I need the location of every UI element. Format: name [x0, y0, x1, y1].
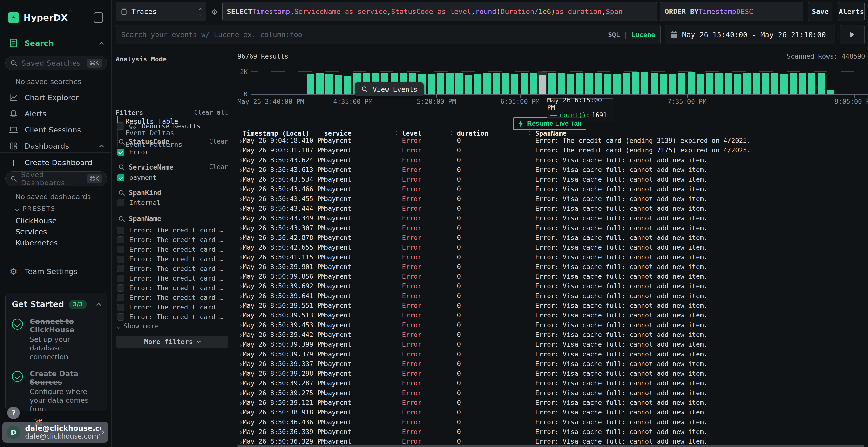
row-expand-chevron-icon[interactable] [239, 266, 242, 269]
histogram-bar[interactable] [465, 75, 472, 94]
checkbox[interactable] [117, 284, 124, 291]
save-button[interactable]: Save [808, 2, 832, 21]
chevron-up-icon[interactable] [96, 303, 101, 308]
column-resize-handle[interactable] [858, 130, 858, 136]
presets-toggle[interactable]: PRESETS [16, 205, 56, 212]
clear-servicename-button[interactable]: Clear [209, 163, 228, 171]
histogram-bar[interactable] [780, 74, 788, 94]
row-expand-chevron-icon[interactable] [239, 208, 242, 211]
col-service[interactable]: service [324, 130, 351, 137]
histogram-bar[interactable] [697, 74, 704, 94]
mode-sql[interactable]: SQL [608, 31, 620, 38]
row-expand-chevron-icon[interactable] [239, 373, 242, 376]
table-row[interactable]: May 26 8:50:39.287 PM payment Error 0 Er… [238, 379, 868, 389]
table-row[interactable]: May 26 8:50:39.692 PM payment Error 0 Er… [238, 282, 868, 292]
col-timestamp[interactable]: Timestamp (Local) [243, 130, 309, 137]
histogram-bar[interactable] [817, 73, 825, 94]
table-row[interactable]: May 26 8:50:39.513 PM payment Error 0 Er… [238, 311, 868, 321]
search-input[interactable]: Search your events w/ Lucene ex. column:… [116, 25, 661, 44]
row-expand-chevron-icon[interactable] [239, 314, 242, 318]
get-started-step[interactable]: Create Data Sources Configure where your… [12, 370, 100, 411]
clear-statuscode-button[interactable]: Clear [209, 138, 228, 145]
table-row[interactable]: May 26 8:50:42.878 PM payment Error 0 Er… [238, 234, 868, 243]
table-row[interactable]: May 26 8:50:36.329 PM payment Error 0 Er… [238, 438, 868, 444]
table-row[interactable]: May 26 8:50:39.399 PM payment Error 0 Er… [238, 341, 868, 350]
histogram-bar[interactable] [762, 73, 769, 94]
histogram-bar[interactable] [752, 73, 760, 94]
checkbox-payment[interactable] [117, 174, 124, 181]
spanname-filter-option[interactable]: Error: The credit card … [117, 275, 228, 282]
table-row[interactable]: May 26 8:50:39.275 PM payment Error 0 Er… [238, 389, 868, 399]
table-row[interactable]: May 26 8:50:39.641 PM payment Error 0 Er… [238, 292, 868, 302]
sql-select-editor[interactable]: SELECT Timestamp, ServiceName as service… [222, 2, 657, 21]
row-expand-chevron-icon[interactable] [239, 285, 242, 288]
checkbox-error[interactable] [117, 148, 124, 156]
search-icon[interactable] [118, 189, 125, 197]
search-icon[interactable] [118, 164, 125, 171]
histogram-bar[interactable] [632, 72, 639, 94]
row-expand-chevron-icon[interactable] [239, 256, 242, 260]
saved-dashboards-input[interactable]: Saved Dashboards ⌘K [5, 171, 107, 186]
row-expand-chevron-icon[interactable] [239, 431, 242, 434]
table-row[interactable]: May 26 8:50:39.121 PM payment Error 0 Er… [238, 399, 868, 409]
histogram-bar[interactable] [270, 94, 277, 94]
row-expand-chevron-icon[interactable] [239, 169, 242, 172]
sidebar-item-dashboards[interactable]: Dashboards [0, 139, 112, 152]
histogram-bar[interactable] [651, 73, 658, 94]
histogram-bar[interactable] [688, 72, 695, 94]
analysis-mode-option[interactable]: Event Deltas [125, 129, 174, 137]
histogram-bar[interactable] [576, 73, 584, 94]
histogram-bar[interactable] [808, 73, 815, 94]
checkbox[interactable] [117, 275, 124, 282]
chevron-up-icon[interactable] [99, 42, 104, 46]
row-expand-chevron-icon[interactable] [239, 198, 242, 201]
histogram-bar[interactable] [428, 74, 435, 94]
checkbox[interactable] [117, 304, 124, 311]
denoise-filter[interactable]: Denoise Results [117, 122, 228, 130]
checkbox[interactable] [117, 246, 124, 253]
row-expand-chevron-icon[interactable] [239, 441, 242, 444]
sidebar-item-chart-explorer[interactable]: Chart Explorer [0, 91, 112, 104]
table-row[interactable]: May 26 8:50:43.444 PM payment Error 0 Er… [238, 205, 868, 214]
row-expand-chevron-icon[interactable] [239, 140, 242, 143]
checkbox[interactable] [117, 236, 124, 243]
histogram-bar[interactable] [502, 73, 509, 94]
checkbox[interactable] [117, 255, 124, 263]
table-row[interactable]: May 26 9:03:31.187 PM payment Error 0 Er… [238, 146, 868, 156]
table-row[interactable]: May 26 8:50:36.436 PM payment Error 0 Er… [238, 418, 868, 428]
more-filters-button[interactable]: More filters [116, 336, 228, 347]
mode-lucene[interactable]: Lucene [631, 31, 655, 38]
sidebar-item-alerts[interactable]: Alerts [0, 107, 112, 120]
table-row[interactable]: May 26 8:50:43.455 PM payment Error 0 Er… [238, 195, 868, 205]
histogram-bar[interactable] [827, 90, 834, 94]
sidebar-collapse-icon[interactable] [94, 12, 103, 23]
row-expand-chevron-icon[interactable] [239, 159, 242, 163]
table-row[interactable]: May 26 8:50:43.307 PM payment Error 0 Er… [238, 224, 868, 234]
spanname-filter-option[interactable]: Error: The credit card … [117, 284, 228, 291]
histogram-bar[interactable] [771, 73, 778, 94]
column-resize-handle[interactable] [529, 130, 530, 136]
histogram-bar[interactable] [678, 73, 685, 94]
search-icon[interactable] [118, 138, 125, 145]
histogram-bar[interactable] [493, 73, 500, 94]
checkbox[interactable] [117, 313, 124, 320]
table-row[interactable]: May 26 8:50:39.901 PM payment Error 0 Er… [238, 263, 868, 273]
histogram-bar[interactable] [743, 73, 751, 94]
histogram-bar[interactable] [511, 74, 518, 94]
table-row[interactable]: May 26 8:50:39.298 PM payment Error 0 Er… [238, 370, 868, 379]
row-expand-chevron-icon[interactable] [239, 343, 242, 347]
table-row[interactable]: May 26 8:50:39.379 PM payment Error 0 Er… [238, 350, 868, 360]
col-spanname[interactable]: SpanName [535, 130, 567, 137]
histogram-bar[interactable] [725, 73, 732, 94]
row-expand-chevron-icon[interactable] [239, 227, 242, 231]
run-query-button[interactable] [840, 25, 865, 44]
histogram-bar[interactable] [484, 73, 491, 94]
checkbox-internal[interactable] [117, 199, 124, 206]
checkbox[interactable] [117, 294, 124, 301]
row-expand-chevron-icon[interactable] [239, 217, 242, 220]
preset-dashboard-link[interactable]: Services [16, 227, 47, 236]
histogram-bar[interactable] [316, 73, 323, 94]
table-row[interactable]: May 26 8:50:43.534 PM payment Error 0 Er… [238, 176, 868, 185]
source-settings-gear-icon[interactable]: ⚙ [207, 6, 222, 17]
table-row[interactable]: May 26 8:50:42.655 PM payment Error 0 Er… [238, 243, 868, 253]
